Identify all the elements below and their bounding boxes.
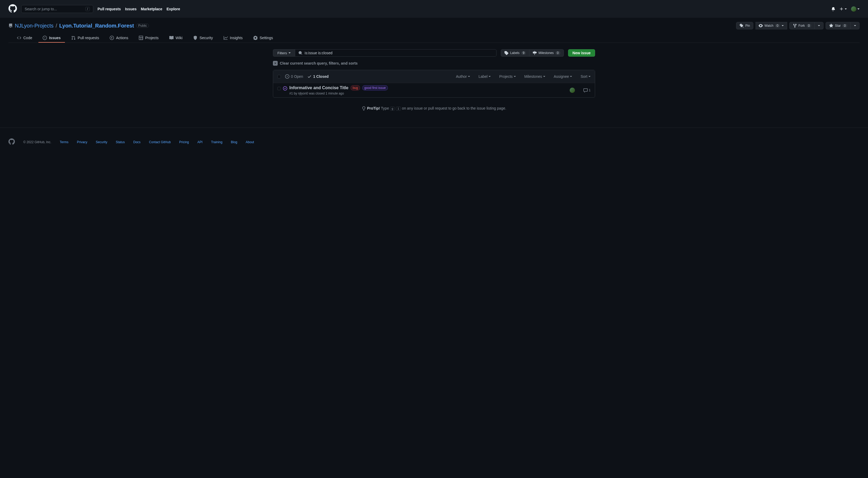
create-new-dropdown[interactable] [839, 7, 847, 11]
play-icon [110, 36, 114, 40]
assignee-avatar[interactable] [570, 88, 575, 93]
tab-wiki[interactable]: Wiki [165, 34, 187, 43]
github-logo-small[interactable] [8, 138, 15, 145]
tab-pulls[interactable]: Pull requests [67, 34, 103, 43]
plus-icon [839, 7, 844, 11]
chevron-down-icon [489, 76, 491, 77]
star-count: 0 [842, 24, 847, 28]
tab-settings[interactable]: Settings [249, 34, 277, 43]
milestones-button[interactable]: Milestones 0 [529, 49, 564, 57]
footer: © 2022 GitHub, Inc. Terms Privacy Securi… [0, 128, 868, 156]
star-button[interactable]: Star 0 [826, 22, 851, 29]
filter-projects[interactable]: Projects [499, 74, 516, 79]
footer-api[interactable]: API [197, 140, 203, 144]
github-logo[interactable] [8, 4, 17, 13]
comment-count-link[interactable]: 1 [583, 88, 591, 92]
issue-title-link[interactable]: Informative and Concise Title [289, 86, 348, 90]
label-pill-good-first-issue[interactable]: good first issue [362, 85, 388, 91]
protip-text: Type [381, 106, 389, 110]
filter-label: Projects [499, 74, 513, 79]
milestones-count: 0 [555, 51, 560, 55]
footer-contact[interactable]: Contact GitHub [149, 140, 170, 144]
nav-explore[interactable]: Explore [166, 7, 180, 11]
footer-pricing[interactable]: Pricing [179, 140, 189, 144]
protip: ProTip! Type g i on any issue or pull re… [273, 106, 595, 111]
fork-dropdown[interactable] [815, 22, 824, 29]
tab-label: Actions [116, 36, 128, 40]
filter-milestones[interactable]: Milestones [524, 74, 545, 79]
tab-actions[interactable]: Actions [105, 34, 132, 43]
footer-terms[interactable]: Terms [60, 140, 69, 144]
tab-label: Pull requests [78, 36, 99, 40]
filters-dropdown[interactable]: Filters [273, 49, 295, 57]
filter-assignee[interactable]: Assignee [554, 74, 572, 79]
code-icon [17, 36, 21, 40]
new-issue-button[interactable]: New issue [568, 49, 595, 57]
book-icon [169, 36, 174, 40]
watch-count: 0 [775, 24, 780, 28]
key-g: g [390, 107, 395, 111]
chevron-down-icon [782, 25, 784, 26]
footer-status[interactable]: Status [116, 140, 125, 144]
tab-code[interactable]: Code [13, 34, 36, 43]
comment-icon [583, 88, 588, 92]
chevron-down-icon [514, 76, 516, 77]
tab-label: Issues [49, 36, 61, 40]
label-pill-bug[interactable]: bug [350, 85, 360, 91]
filter-label: Label [478, 74, 488, 79]
tab-security[interactable]: Security [189, 34, 217, 43]
bell-icon [831, 7, 835, 11]
nav-issues[interactable]: Issues [125, 7, 137, 11]
footer-blog[interactable]: Blog [231, 140, 237, 144]
search-input[interactable] [25, 7, 85, 11]
repo-nav: Code Issues Pull requests Actions Projec… [8, 34, 860, 43]
filter-label: Sort [581, 74, 587, 79]
closed-issues-link[interactable]: 1 Closed [307, 74, 329, 79]
filter-label: Assignee [554, 74, 569, 79]
tab-insights[interactable]: Insights [219, 34, 247, 43]
tab-projects[interactable]: Projects [134, 34, 163, 43]
select-issue-checkbox[interactable] [277, 87, 281, 90]
clear-filters-link[interactable]: Clear current search query, filters, and… [273, 61, 595, 66]
issues-search-input[interactable] [305, 51, 493, 55]
footer-training[interactable]: Training [211, 140, 222, 144]
fork-button[interactable]: Fork 0 [789, 22, 815, 29]
issue-icon [43, 36, 47, 40]
filter-author[interactable]: Author [456, 74, 470, 79]
issues-list-header: 0 Open 1 Closed Author Label Projects Mi… [273, 70, 595, 83]
user-menu[interactable] [851, 6, 860, 12]
issue-open-icon [285, 74, 289, 79]
repo-name-link[interactable]: Lyon.Tutorial_Random.Forest [59, 23, 134, 29]
labels-button[interactable]: Labels 9 [501, 49, 529, 57]
footer-security[interactable]: Security [96, 140, 107, 144]
global-search[interactable]: / [21, 5, 93, 13]
chevron-down-icon [858, 8, 860, 9]
tab-label: Security [199, 36, 213, 40]
nav-pull-requests[interactable]: Pull requests [97, 7, 121, 11]
select-all-checkbox[interactable] [277, 75, 281, 78]
pin-button[interactable]: Pin [736, 22, 753, 29]
footer-about[interactable]: About [246, 140, 254, 144]
graph-icon [224, 36, 228, 40]
chevron-down-icon [570, 76, 572, 77]
footer-docs[interactable]: Docs [133, 140, 141, 144]
clear-filters-label: Clear current search query, filters, and… [280, 61, 358, 65]
filter-sort[interactable]: Sort [581, 74, 591, 79]
issues-search[interactable] [295, 49, 497, 57]
nav-marketplace[interactable]: Marketplace [141, 7, 162, 11]
footer-privacy[interactable]: Privacy [77, 140, 87, 144]
repo-owner-link[interactable]: NJLyon-Projects [15, 23, 54, 29]
protip-text: on any issue or pull request to go back … [402, 106, 506, 110]
filter-label[interactable]: Label [478, 74, 491, 79]
watch-button[interactable]: Watch 0 [755, 22, 787, 29]
labels-count: 9 [521, 51, 526, 55]
tab-issues[interactable]: Issues [38, 34, 65, 43]
issue-author-link[interactable]: njlyon0 [298, 92, 308, 95]
repo-header: NJLyon-Projects / Lyon.Tutorial_Random.F… [0, 18, 868, 43]
issue-row[interactable]: Informative and Concise Title bug good f… [273, 83, 595, 97]
lightbulb-icon [362, 106, 366, 111]
slash-key-hint: / [85, 7, 90, 11]
notifications-button[interactable] [831, 7, 835, 11]
star-dropdown[interactable] [851, 22, 860, 29]
open-issues-link[interactable]: 0 Open [285, 74, 303, 79]
